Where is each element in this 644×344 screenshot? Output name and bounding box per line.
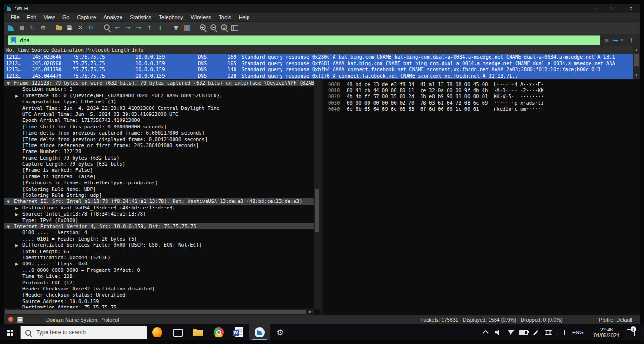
filter-apply-icon[interactable]: → xyxy=(613,37,618,44)
menu-item[interactable]: Statistics xyxy=(126,13,155,21)
detail-line[interactable]: .... 0101 = Header Length: 20 bytes (5) xyxy=(4,236,314,242)
details-vertical-scrollbar[interactable] xyxy=(314,80,320,309)
profile-text[interactable]: Profile: Default xyxy=(599,317,632,323)
close-button[interactable]: × xyxy=(622,4,640,13)
expander-icon[interactable]: ▶ xyxy=(15,243,22,248)
stop-capture-icon[interactable] xyxy=(18,24,26,32)
show-desktop-button[interactable] xyxy=(641,324,644,340)
taskbar-app-button[interactable]: ⚙ xyxy=(270,324,290,340)
detail-line[interactable]: ▼Internet Protocol Version 4, Src: 10.0.… xyxy=(4,223,314,229)
detail-line[interactable]: ▶Destination: VantivaUSA_13:de:e3 (48:bd… xyxy=(4,205,314,211)
minimize-button[interactable]: ─ xyxy=(587,4,604,13)
detail-line[interactable]: Time to Live: 128 xyxy=(4,273,314,279)
detail-line[interactable]: ▶Interface id: 0 (\Device\NPF_{82AB89DB-… xyxy=(4,93,314,99)
menu-item[interactable]: Go xyxy=(59,13,73,21)
hex-line[interactable]: 00204b 4b ff 57 00 35 00 2d 1b e8 b9 90 … xyxy=(328,94,640,100)
hex-line[interactable]: 00406e 6b 65 64 69 6e 03 63 6f 6d 00 00 … xyxy=(328,106,640,112)
save-file-icon[interactable] xyxy=(66,24,74,32)
column-header[interactable]: Length xyxy=(110,47,130,54)
scroll-down-icon[interactable]: ▼ xyxy=(633,74,640,77)
menu-item[interactable]: View xyxy=(40,13,59,21)
detail-line[interactable]: ▼Ethernet II, Src: Intel_a1:13:78 (f8:34… xyxy=(4,198,314,204)
hex-line[interactable]: 001000 41 cb 44 00 00 80 11 ce 32 0a 00 … xyxy=(328,88,640,94)
detail-line[interactable]: [Header checksum status: Unverified] xyxy=(4,292,314,298)
taskbar-app-button[interactable] xyxy=(168,324,188,340)
capture-options-icon[interactable]: ⚙ xyxy=(39,24,47,32)
detail-line[interactable]: Section number: 1 xyxy=(4,86,314,92)
details-horizontal-scrollbar[interactable]: ▶ xyxy=(4,308,314,315)
detail-line[interactable]: Source Address: 10.0.0.159 xyxy=(4,298,314,304)
auto-scroll-icon[interactable]: ▼ xyxy=(172,24,180,32)
detail-line[interactable]: Epoch Arrival Time: 1717558743.410923000 xyxy=(4,117,314,123)
detail-line[interactable]: ▶Source: Intel_a1:13:78 (f8:34:41:a1:13:… xyxy=(4,211,314,217)
capture-comment-icon[interactable] xyxy=(17,317,23,323)
detail-line[interactable]: [Frame is marked: False] xyxy=(4,167,314,173)
detail-line[interactable]: [Time since reference or first frame: 24… xyxy=(4,142,314,148)
maximize-button[interactable]: □ xyxy=(604,4,622,13)
packet-row[interactable]: 1213… 245.041390 75.75.75.75 10.0.0.159 … xyxy=(4,67,633,73)
tray-button[interactable] xyxy=(555,324,567,340)
hex-line[interactable]: 003000 00 00 00 00 00 02 70 78 03 61 64 … xyxy=(328,100,640,106)
detail-line[interactable]: Frame Length: 79 bytes (632 bits) xyxy=(4,155,314,161)
taskbar-app-button[interactable] xyxy=(147,324,168,340)
language-indicator[interactable]: ENG xyxy=(567,330,589,335)
detail-line[interactable]: Type: IPv4 (0x0800) xyxy=(4,217,314,223)
column-header[interactable]: Destination xyxy=(49,47,84,54)
resize-columns-icon[interactable] xyxy=(231,24,239,32)
detail-line[interactable]: [Protocols in frame: eth:ethertype:ip:ud… xyxy=(4,180,314,186)
detail-line[interactable]: [Time shift for this packet: 0.000000000… xyxy=(4,124,314,130)
expander-icon[interactable]: ▼ xyxy=(7,81,14,86)
detail-line[interactable]: 0100 .... = Version: 4 xyxy=(4,229,314,236)
go-back-icon[interactable]: ← xyxy=(114,24,121,32)
detail-line[interactable]: Header Checksum: 0xce32 [validation disa… xyxy=(4,286,314,292)
menu-item[interactable]: Capture xyxy=(73,13,100,21)
packet-list-scrollbar[interactable]: ▲ ▼ xyxy=(633,47,640,79)
detail-line[interactable]: Identification: 0xcb44 (52036) xyxy=(4,255,314,261)
tray-button[interactable] xyxy=(479,324,492,340)
detail-line[interactable]: [Time delta from previous captured frame… xyxy=(4,130,314,136)
reload-file-icon[interactable]: ↻ xyxy=(87,24,95,32)
detail-line[interactable]: Encapsulation type: Ethernet (1) xyxy=(4,99,314,105)
column-header[interactable]: No. xyxy=(4,47,15,54)
taskbar-app-button[interactable] xyxy=(249,324,270,340)
close-file-icon[interactable]: × xyxy=(76,24,84,32)
tray-button[interactable] xyxy=(492,324,504,340)
zoom-out-icon[interactable]: − xyxy=(209,24,217,32)
scrollbar-thumb[interactable] xyxy=(315,189,319,232)
go-to-packet-icon[interactable]: → xyxy=(135,24,143,32)
detail-line[interactable]: Frame Number: 122128 xyxy=(4,148,314,155)
taskbar-app-button[interactable] xyxy=(208,324,229,340)
open-file-icon[interactable] xyxy=(55,24,63,32)
colorize-packets-icon[interactable] xyxy=(183,24,191,32)
filter-clear-icon[interactable]: × xyxy=(604,37,609,43)
expander-icon[interactable]: ▶ xyxy=(15,211,22,217)
taskbar-app-button[interactable] xyxy=(229,324,249,340)
tray-button[interactable] xyxy=(530,324,542,340)
go-last-packet-icon[interactable]: ↓ xyxy=(156,24,164,32)
menu-item[interactable]: Edit xyxy=(23,13,40,21)
pane-splitter[interactable] xyxy=(320,80,323,315)
packet-row[interactable]: 1213… 245.044479 75.75.75.75 10.0.0.159 … xyxy=(4,73,633,80)
expander-icon[interactable]: ▼ xyxy=(7,199,14,204)
expander-icon[interactable]: ▶ xyxy=(15,205,22,211)
detail-line[interactable]: ▶Differentiated Services Field: 0x00 (DS… xyxy=(4,242,314,248)
start-button[interactable] xyxy=(0,324,20,340)
column-header[interactable]: Source xyxy=(29,47,49,54)
menu-item[interactable]: Analyze xyxy=(100,13,126,21)
scroll-right-icon[interactable]: ▶ xyxy=(308,309,313,315)
detail-line[interactable]: [Frame is ignored: False] xyxy=(4,174,314,180)
filter-bookmark-icon[interactable] xyxy=(11,37,16,43)
taskbar-search[interactable] xyxy=(20,326,147,339)
display-filter-input[interactable]: dns xyxy=(8,35,600,45)
expander-icon[interactable]: ▶ xyxy=(15,261,22,267)
detail-line[interactable]: [Coloring Rule Name: UDP] xyxy=(4,186,314,192)
taskbar-app-button[interactable] xyxy=(188,324,208,340)
detail-line[interactable]: ...0 0000 0000 0000 = Fragment Offset: 0 xyxy=(4,267,314,273)
column-header[interactable]: Info xyxy=(130,47,144,54)
packet-row[interactable]: 1212… 245.028568 75.75.75.75 10.0.0.159 … xyxy=(4,61,633,67)
tray-button[interactable] xyxy=(542,324,555,340)
scroll-up-icon[interactable]: ▲ xyxy=(633,48,640,52)
menu-item[interactable]: Tools xyxy=(215,13,235,21)
tray-button[interactable] xyxy=(517,324,530,340)
detail-line[interactable]: Capture Length: 79 bytes (632 bits) xyxy=(4,161,314,167)
